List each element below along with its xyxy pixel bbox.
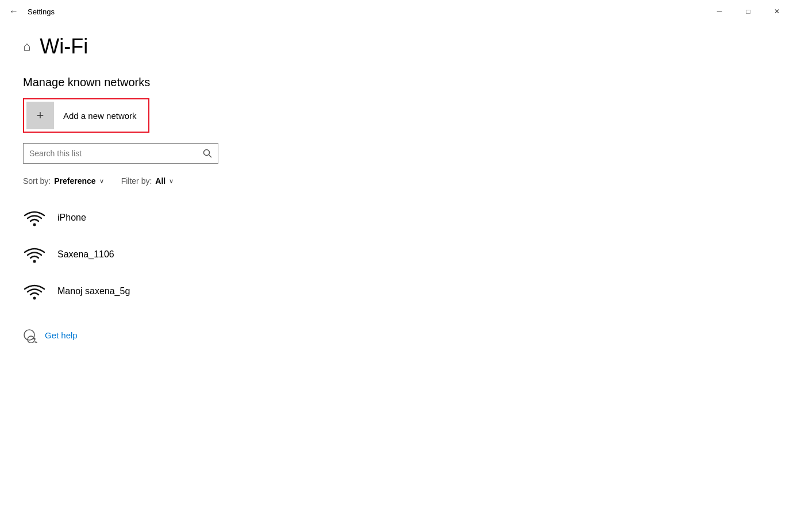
- network-name-iphone: iPhone: [57, 213, 86, 223]
- svg-point-0: [204, 150, 210, 156]
- get-help-link[interactable]: Get help: [45, 330, 78, 340]
- get-help-section: Get help: [23, 327, 774, 343]
- add-network-label: Add a new network: [63, 111, 146, 121]
- sort-filter-row: Sort by: Preference ∨ Filter by: All ∨: [23, 176, 774, 186]
- sort-by-item: Sort by: Preference ∨: [23, 176, 104, 186]
- network-item-manojsaxena5g[interactable]: Manoj saxena_5g: [23, 273, 774, 310]
- svg-line-1: [209, 155, 212, 158]
- network-item-iphone[interactable]: iPhone: [23, 199, 774, 236]
- help-icon: [23, 327, 39, 343]
- add-icon: +: [26, 102, 54, 129]
- search-button[interactable]: [197, 143, 218, 164]
- wifi-icon-iphone: [23, 206, 46, 229]
- network-list: iPhone Saxena_1106 Manoj saxena_5g: [23, 199, 774, 310]
- page-header: ⌂ Wi-Fi: [23, 34, 774, 59]
- add-network-button[interactable]: + Add a new network: [26, 102, 146, 129]
- titlebar: ← Settings ─ □ ✕: [0, 0, 797, 23]
- wifi-icon-manojsaxena5g: [23, 280, 46, 303]
- maximize-button[interactable]: □: [735, 2, 761, 21]
- sort-dropdown-arrow[interactable]: ∨: [99, 178, 104, 185]
- network-name-saxena1106: Saxena_1106: [57, 249, 114, 260]
- titlebar-left: ← Settings: [7, 4, 55, 19]
- back-button[interactable]: ←: [7, 4, 21, 19]
- svg-point-4: [33, 297, 36, 300]
- sort-label: Sort by:: [23, 176, 51, 186]
- close-button[interactable]: ✕: [764, 2, 790, 21]
- svg-point-3: [33, 260, 36, 263]
- titlebar-controls: ─ □ ✕: [706, 2, 790, 21]
- filter-label: Filter by:: [121, 176, 152, 186]
- wifi-icon-saxena1106: [23, 243, 46, 266]
- section-title: Manage known networks: [23, 76, 774, 89]
- titlebar-title: Settings: [28, 7, 55, 16]
- filter-value: All: [155, 176, 165, 186]
- home-icon: ⌂: [23, 39, 30, 54]
- search-box: [23, 143, 218, 164]
- page-title: Wi-Fi: [40, 34, 88, 59]
- sort-value: Preference: [54, 176, 95, 186]
- filter-by-item: Filter by: All ∨: [121, 176, 174, 186]
- network-item-saxena1106[interactable]: Saxena_1106: [23, 236, 774, 273]
- search-icon: [203, 149, 212, 158]
- filter-dropdown-arrow[interactable]: ∨: [169, 178, 174, 185]
- minimize-button[interactable]: ─: [706, 2, 733, 21]
- search-input[interactable]: [24, 149, 197, 158]
- add-network-wrapper: + Add a new network: [23, 98, 149, 133]
- svg-point-2: [33, 223, 36, 226]
- network-name-manojsaxena5g: Manoj saxena_5g: [57, 286, 130, 296]
- main-content: ⌂ Wi-Fi Manage known networks + Add a ne…: [0, 23, 797, 366]
